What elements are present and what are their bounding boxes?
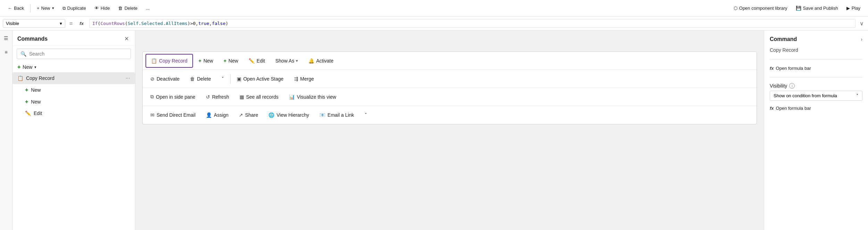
copy-record-more-icon[interactable]: ··· [126, 75, 130, 81]
cmd-assign-icon: 👤 [206, 112, 212, 118]
sidebar-close-button[interactable]: ✕ [123, 35, 130, 43]
delete-button[interactable]: 🗑 Delete [115, 3, 141, 13]
open-formula-bar-link-2[interactable]: fx Open formula bar [770, 105, 862, 112]
cmd-row4-chevron[interactable]: ˅ [360, 109, 372, 121]
formula-display: If(CountRows(Self.Selected.AllItems)>0,t… [92, 21, 228, 26]
cmd-show-as[interactable]: Show As ▾ [270, 55, 302, 67]
duplicate-button[interactable]: ⧉ Duplicate [59, 3, 90, 13]
cmd-copy-record[interactable]: 📋 Copy Record [145, 54, 193, 68]
cmd-edit[interactable]: ✏️ Edit [244, 55, 270, 67]
cmd-share[interactable]: ↗ Share [234, 109, 263, 121]
edit-icon: ✏️ [25, 110, 31, 116]
sidebar-new-button[interactable]: + New ▾ [12, 62, 135, 72]
cmd-row4-chevron-icon: ˅ [365, 112, 367, 118]
cmd-deactivate-label: Deactivate [157, 76, 180, 82]
more-button[interactable]: ... [142, 3, 153, 13]
save-publish-button[interactable]: 💾 Save and Publish [792, 3, 842, 13]
formula-link-section-2: fx Open formula bar [770, 105, 862, 112]
right-panel-header: Command › [770, 36, 862, 42]
cmd-show-as-chevron-icon: ▾ [296, 58, 298, 63]
property-chevron-icon: ▾ [60, 21, 62, 26]
cmd-edit-icon: ✏️ [249, 58, 254, 64]
cmd-see-all-records-label: See all records [246, 94, 278, 100]
cmd-visualize-view[interactable]: 📊 Visualize this view [284, 91, 341, 103]
cmd-see-all-records-icon: ▦ [240, 94, 244, 100]
cmd-delete-icon: 🗑 [190, 76, 195, 82]
hide-button[interactable]: 👁 Hide [91, 3, 114, 13]
cmd-activate[interactable]: 🔔 Activate [303, 55, 339, 67]
plus-icon: + [37, 6, 40, 11]
toolbar-right: ⬡ Open component library 💾 Save and Publ… [730, 3, 864, 13]
visibility-label: Visibility i [770, 83, 862, 89]
new-2-label: New [31, 99, 41, 105]
cmd-edit-label: Edit [257, 58, 265, 64]
copy-record-label: Copy Record [26, 75, 123, 81]
property-label: Visible [6, 21, 19, 26]
cmd-chevron-btn[interactable]: ˅ [217, 73, 229, 85]
panel-divider-1 [770, 59, 862, 59]
cmd-merge[interactable]: ⇶ Merge [289, 73, 319, 85]
hide-icon: 👁 [94, 6, 99, 11]
formula-bar: Visible ▾ = fx If(CountRows(Self.Selecte… [0, 17, 868, 31]
open-formula-bar-link-1[interactable]: fx Open formula bar [770, 65, 862, 72]
play-button[interactable]: ▶ Play [843, 3, 864, 13]
property-selector[interactable]: Visible ▾ [3, 19, 65, 28]
cmd-view-hierarchy-label: View Hierarchy [276, 112, 309, 118]
cmd-open-side-pane-icon: ⧉ [150, 94, 154, 100]
cmd-new-1-icon: + [199, 58, 201, 64]
sidebar-item-new-1[interactable]: + New [12, 84, 135, 96]
command-bar: 📋 Copy Record + New + New ✏️ Edit Show A… [142, 51, 757, 124]
list-view-icon[interactable]: ≡ [1, 47, 11, 57]
new-button[interactable]: + New ▾ [33, 3, 58, 13]
new-plus-icon: + [17, 64, 20, 70]
back-icon: ← [8, 6, 12, 11]
cmd-copy-record-label: Copy Record [159, 58, 187, 64]
edit-label: Edit [34, 110, 42, 116]
visibility-info-icon[interactable]: i [789, 83, 795, 89]
visibility-section: Visibility i Show on condition from form… [770, 83, 862, 101]
cmd-deactivate[interactable]: ⊘ Deactivate [145, 73, 184, 85]
cmd-activate-label: Activate [316, 58, 334, 64]
cmd-open-active-stage[interactable]: ▣ Open Active Stage [232, 73, 289, 85]
visibility-text: Visibility [770, 83, 787, 89]
new-chevron-icon: ▾ [34, 65, 36, 69]
cmd-share-label: Share [245, 112, 258, 118]
right-panel-expand-icon[interactable]: › [861, 36, 862, 42]
right-panel-subtitle: Copy Record [770, 47, 862, 54]
play-icon: ▶ [846, 6, 850, 11]
chevron-down-icon: ▾ [52, 6, 54, 10]
save-icon: 💾 [796, 6, 801, 11]
cmd-refresh[interactable]: ↺ Refresh [201, 91, 234, 103]
sidebar-item-new-2[interactable]: + New [12, 96, 135, 108]
open-component-library-button[interactable]: ⬡ Open component library [730, 3, 791, 13]
cmd-divider-1 [230, 74, 231, 84]
command-row-4: ✉ Send Direct Email 👤 Assign ↗ Share 🌐 V… [143, 106, 757, 124]
sidebar-item-edit[interactable]: ✏️ Edit [12, 108, 135, 119]
command-row-1: 📋 Copy Record + New + New ✏️ Edit Show A… [143, 52, 757, 70]
cmd-see-all-records[interactable]: ▦ See all records [235, 91, 283, 103]
sidebar-search-container: 🔍 [17, 49, 131, 59]
duplicate-icon: ⧉ [62, 6, 66, 11]
cmd-view-hierarchy[interactable]: 🌐 View Hierarchy [264, 109, 314, 121]
cmd-send-direct-email[interactable]: ✉ Send Direct Email [145, 109, 200, 121]
formula-expand-icon[interactable]: ∨ [858, 20, 865, 27]
visibility-value: Show on condition from formula [774, 93, 837, 98]
cmd-email-link[interactable]: 📧 Email a Link [315, 109, 359, 121]
cmd-email-link-icon: 📧 [319, 112, 325, 118]
cmd-send-direct-email-label: Send Direct Email [157, 112, 195, 118]
cmd-open-side-pane[interactable]: ⧉ Open in side pane [145, 90, 200, 103]
fx-icon-1: fx [770, 66, 774, 71]
cmd-new-2[interactable]: + New [219, 55, 243, 67]
visibility-dropdown[interactable]: Show on condition from formula ˅ [770, 91, 862, 101]
command-row-3: ⧉ Open in side pane ↺ Refresh ▦ See all … [143, 88, 757, 106]
cmd-new-1[interactable]: + New [194, 55, 218, 67]
back-button[interactable]: ← Back [4, 3, 27, 13]
cmd-assign[interactable]: 👤 Assign [201, 109, 233, 121]
equals-icon: = [68, 20, 74, 27]
hamburger-menu-icon[interactable]: ☰ [1, 33, 11, 43]
cmd-delete[interactable]: 🗑 Delete [185, 73, 216, 85]
search-input[interactable] [29, 51, 127, 57]
cmd-merge-label: Merge [300, 76, 314, 82]
cmd-activate-icon: 🔔 [308, 58, 314, 64]
sidebar-item-copy-record[interactable]: 📋 Copy Record ··· [12, 72, 135, 84]
